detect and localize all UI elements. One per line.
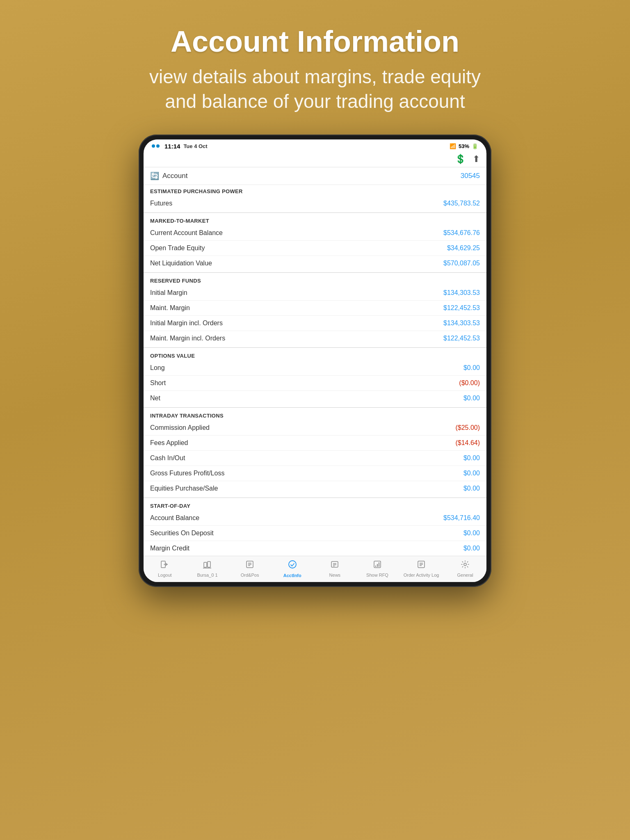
- currency-icon[interactable]: 💲: [455, 154, 466, 164]
- bursa-icon: [203, 560, 212, 571]
- svg-point-22: [464, 563, 466, 566]
- showrfq-icon: [373, 560, 382, 571]
- section-intraday-transactions: INTRADAY TRANSACTIONS Commission Applied…: [144, 409, 486, 496]
- value-maint-margin: $122,452.53: [443, 304, 480, 312]
- logout-icon: [160, 560, 169, 571]
- row-cash-in-out: Cash In/Out $0.00: [144, 451, 486, 466]
- account-label: Account: [162, 172, 187, 180]
- label-current-account-balance: Current Account Balance: [150, 229, 223, 237]
- value-fees-applied: ($14.64): [455, 439, 480, 447]
- label-net-liquidation-value: Net Liquidation Value: [150, 260, 212, 267]
- general-icon: [461, 560, 470, 571]
- status-time: 11:14: [164, 143, 180, 150]
- label-gross-futures-profit-loss: Gross Futures Profit/Loss: [150, 470, 224, 477]
- status-left: 11:14 Tue 4 Oct: [152, 143, 208, 150]
- row-open-trade-equity: Open Trade Equity $34,629.25: [144, 241, 486, 256]
- divider-2: [144, 272, 486, 273]
- tab-ordpos[interactable]: Ord&Pos: [233, 560, 266, 578]
- label-maint-margin-incl-orders: Maint. Margin incl. Orders: [150, 335, 225, 342]
- tab-bar: Logout Bursa_0 1: [144, 556, 486, 582]
- row-net: Net $0.00: [144, 391, 486, 406]
- row-long: Long $0.00: [144, 361, 486, 376]
- section-header-sod: START-OF-DAY: [144, 500, 486, 511]
- dot-2: [156, 144, 160, 148]
- row-maint-margin: Maint. Margin $122,452.53: [144, 301, 486, 316]
- battery-text: 53%: [459, 143, 469, 149]
- label-initial-margin-incl-orders: Initial Margin incl. Orders: [150, 320, 223, 327]
- header-section: Account Information view details about m…: [149, 25, 481, 114]
- acctinfo-icon: [288, 559, 297, 572]
- divider-4: [144, 407, 486, 408]
- label-equities-purchase-sale: Equities Purchase/Sale: [150, 485, 218, 492]
- value-initial-margin-incl-orders: $134,303.53: [443, 320, 480, 327]
- news-icon: [330, 560, 339, 571]
- tab-showrfq[interactable]: Show RFQ: [361, 560, 394, 578]
- label-account-balance: Account Balance: [150, 514, 199, 522]
- section-start-of-day: START-OF-DAY Account Balance $534,716.40…: [144, 500, 486, 556]
- status-right: 📶 53% 🔋: [450, 143, 478, 149]
- account-value: 30545: [461, 172, 480, 180]
- svg-rect-10: [331, 562, 338, 567]
- page-title: Account Information: [149, 25, 481, 58]
- toolbar: 💲 ⬆: [144, 151, 486, 167]
- section-reserved-funds: RESERVED FUNDS Initial Margin $134,303.5…: [144, 274, 486, 346]
- section-header-rf: RESERVED FUNDS: [144, 274, 486, 285]
- row-current-account-balance: Current Account Balance $534,676.76: [144, 226, 486, 241]
- row-maint-margin-incl-orders: Maint. Margin incl. Orders $122,452.53: [144, 331, 486, 346]
- tab-orderlog-label: Order Activity Log: [404, 573, 439, 578]
- tab-news-label: News: [329, 573, 341, 578]
- tab-acctinfo-label: AcctInfo: [283, 573, 301, 578]
- divider-1: [144, 212, 486, 213]
- value-open-trade-equity: $34,629.25: [447, 244, 480, 252]
- value-equities-purchase-sale: $0.00: [463, 485, 480, 492]
- value-commission-applied: ($25.00): [455, 424, 480, 431]
- share-icon[interactable]: ⬆: [472, 154, 480, 164]
- value-account-balance: $534,716.40: [443, 514, 480, 522]
- status-date: Tue 4 Oct: [183, 143, 207, 149]
- page-subtitle: view details about margins, trade equity…: [149, 65, 481, 114]
- value-maint-margin-incl-orders: $122,452.53: [443, 335, 480, 342]
- device-frame: 11:14 Tue 4 Oct 📶 53% 🔋 💲 ⬆ 🔄 Account 30…: [139, 135, 491, 587]
- label-net: Net: [150, 395, 160, 402]
- section-estimated-purchasing-power: ESTIMATED PURCHASING POWER Futures $435,…: [144, 185, 486, 211]
- tab-news[interactable]: News: [318, 560, 351, 578]
- row-fees-applied: Fees Applied ($14.64): [144, 436, 486, 451]
- section-options-value: OPTIONS VALUE Long $0.00 Short ($0.00) N…: [144, 349, 486, 406]
- device-screen: 11:14 Tue 4 Oct 📶 53% 🔋 💲 ⬆ 🔄 Account 30…: [144, 139, 486, 582]
- section-marked-to-market: MARKED-TO-MARKET Current Account Balance…: [144, 215, 486, 271]
- label-long: Long: [150, 364, 165, 372]
- tab-general[interactable]: General: [449, 560, 482, 578]
- ordpos-icon: [245, 560, 254, 571]
- tab-ordpos-label: Ord&Pos: [241, 573, 259, 578]
- svg-rect-2: [204, 562, 207, 567]
- tab-orderlog[interactable]: Order Activity Log: [404, 560, 439, 578]
- tab-showrfq-label: Show RFQ: [366, 573, 388, 578]
- content-area: ESTIMATED PURCHASING POWER Futures $435,…: [144, 185, 486, 556]
- row-equities-purchase-sale: Equities Purchase/Sale $0.00: [144, 481, 486, 496]
- value-initial-margin: $134,303.53: [443, 289, 480, 297]
- label-cash-in-out: Cash In/Out: [150, 454, 185, 462]
- label-initial-margin: Initial Margin: [150, 289, 187, 297]
- status-bar: 11:14 Tue 4 Oct 📶 53% 🔋: [144, 139, 486, 151]
- svg-rect-3: [208, 562, 210, 567]
- section-header-it: INTRADAY TRANSACTIONS: [144, 409, 486, 420]
- tab-acctinfo[interactable]: AcctInfo: [276, 559, 309, 578]
- tab-general-label: General: [457, 573, 473, 578]
- label-fees-applied: Fees Applied: [150, 439, 188, 447]
- row-commission-applied: Commission Applied ($25.00): [144, 420, 486, 436]
- tab-logout[interactable]: Logout: [148, 560, 181, 578]
- dots-indicator: [152, 144, 160, 148]
- account-header-row: 🔄 Account 30545: [144, 167, 486, 185]
- label-commission-applied: Commission Applied: [150, 424, 210, 431]
- svg-point-9: [289, 561, 296, 568]
- label-open-trade-equity: Open Trade Equity: [150, 244, 205, 252]
- section-header-mtm: MARKED-TO-MARKET: [144, 215, 486, 226]
- value-current-account-balance: $534,676.76: [443, 229, 480, 237]
- value-net: $0.00: [463, 395, 480, 402]
- label-securities-on-deposit: Securities On Deposit: [150, 530, 214, 537]
- divider-5: [144, 498, 486, 498]
- row-net-liquidation-value: Net Liquidation Value $570,087.05: [144, 256, 486, 271]
- row-futures: Futures $435,783.52: [144, 196, 486, 211]
- tab-bursa01[interactable]: Bursa_0 1: [191, 560, 224, 578]
- value-margin-credit: $0.00: [463, 545, 480, 552]
